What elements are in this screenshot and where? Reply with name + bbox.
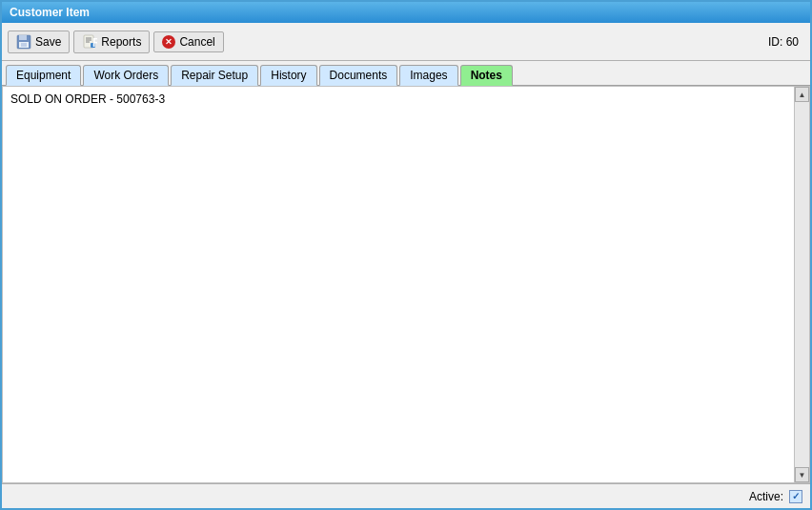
- cancel-button[interactable]: ✕ Cancel: [153, 31, 223, 52]
- cancel-icon: ✕: [162, 35, 175, 49]
- tab-notes[interactable]: Notes: [460, 65, 513, 86]
- tab-repair-setup[interactable]: Repair Setup: [171, 65, 258, 86]
- reports-icon: R: [82, 34, 97, 50]
- window-title: Customer Item: [10, 6, 90, 19]
- svg-rect-1: [19, 35, 27, 40]
- tab-history[interactable]: History: [260, 65, 316, 86]
- scroll-down-arrow[interactable]: ▼: [795, 467, 809, 482]
- toolbar: Save R Reports ✕ Cancel ID: 60: [2, 23, 810, 61]
- content-area: SOLD ON ORDER - 500763-3 ▲ ▼: [2, 86, 810, 483]
- notes-content: SOLD ON ORDER - 500763-3: [3, 87, 809, 112]
- status-bar: Active:: [2, 483, 810, 508]
- save-label: Save: [35, 35, 61, 49]
- title-bar: Customer Item: [2, 2, 810, 23]
- scroll-up-arrow[interactable]: ▲: [795, 87, 809, 102]
- tab-documents[interactable]: Documents: [319, 65, 398, 86]
- cancel-label: Cancel: [179, 35, 214, 49]
- tabs-bar: Equipment Work Orders Repair Setup Histo…: [2, 61, 810, 86]
- reports-label: Reports: [101, 35, 141, 49]
- main-window: Customer Item Save R Reports: [0, 0, 812, 510]
- active-checkbox[interactable]: [789, 490, 802, 503]
- svg-text:R: R: [92, 36, 97, 50]
- reports-button[interactable]: R Reports: [73, 31, 150, 53]
- scrollbar-right[interactable]: ▲ ▼: [794, 87, 809, 482]
- tab-equipment[interactable]: Equipment: [6, 65, 81, 86]
- scroll-track[interactable]: [795, 102, 809, 467]
- save-icon: [16, 34, 31, 50]
- save-button[interactable]: Save: [8, 31, 70, 53]
- tab-images[interactable]: Images: [399, 65, 457, 86]
- svg-rect-3: [21, 43, 27, 47]
- id-label: ID: 60: [768, 35, 799, 49]
- tab-work-orders[interactable]: Work Orders: [83, 65, 169, 86]
- active-label: Active:: [749, 490, 783, 503]
